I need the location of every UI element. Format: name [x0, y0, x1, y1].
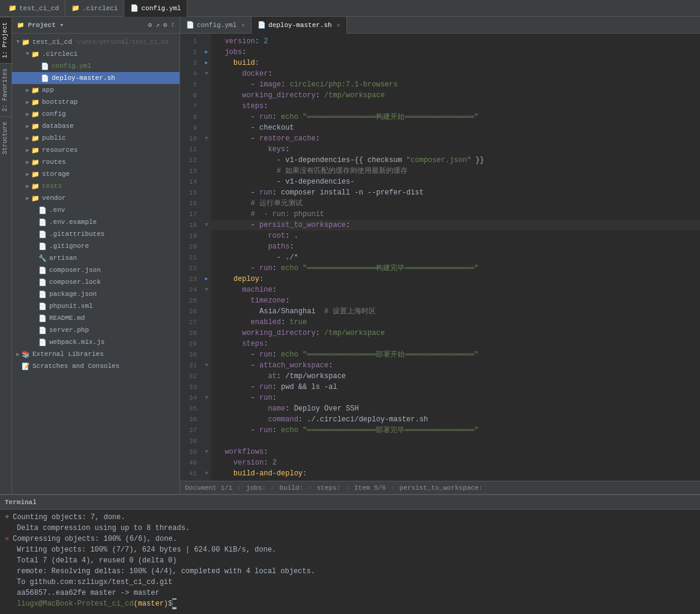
tree-item-app[interactable]: ▶ 📁 app: [12, 84, 180, 96]
sync-icon[interactable]: ⚙: [148, 21, 152, 29]
code-line: machine:: [211, 284, 700, 295]
code-line: version: 2: [211, 457, 700, 468]
collapse-icon[interactable]: ↕: [170, 21, 175, 29]
locate-icon[interactable]: ↗: [155, 21, 160, 29]
tree-item-artisan[interactable]: 🔧 artisan: [12, 252, 180, 264]
tree-item-public[interactable]: ▶ 📁 public: [12, 132, 180, 144]
editor-tab-label: deploy-master.sh: [268, 22, 332, 29]
file-tree-body: ▼ 📁 test_ci_cd ~/work/personal/test_ci_c…: [12, 34, 180, 494]
tree-item-env[interactable]: 📄 .env: [12, 204, 180, 216]
code-line: - image: circleci/php:7.1-browsers: [211, 79, 700, 90]
terminal-text: To github.com:szliugx/test_ci_cd.git: [17, 577, 172, 588]
tree-item-label: tests: [42, 182, 62, 190]
folder-icon: 📁: [31, 110, 40, 118]
window-tab-config-yml[interactable]: 📄 config.yml: [124, 0, 187, 17]
folder-icon: 📁: [31, 194, 40, 202]
folder-icon: 📁: [31, 98, 40, 106]
code-line: - ./*: [211, 252, 700, 263]
tree-item-composer-json[interactable]: 📄 composer.json: [12, 264, 180, 276]
tree-item-composer-lock[interactable]: 📄 composer.lock: [12, 276, 180, 288]
tree-item-circleci[interactable]: ▼ 📁 .circleci: [12, 48, 180, 60]
terminal-panel: Terminal + Counting objects: 7, done. De…: [0, 494, 700, 614]
terminal-line: To github.com:szliugx/test_ci_cd.git: [5, 577, 695, 588]
code-line: # - run: phpunit: [211, 209, 700, 220]
close-tab-icon[interactable]: ✕: [337, 22, 340, 29]
code-line: enabled: true: [211, 317, 700, 328]
tree-item-routes[interactable]: ▶ 📁 routes: [12, 156, 180, 168]
tree-item-gitattributes[interactable]: 📄 .gitattributes: [12, 228, 180, 240]
code-line: at: /tmp/workspace: [211, 371, 700, 382]
tree-item-bootstrap[interactable]: ▶ 📁 bootstrap: [12, 96, 180, 108]
tree-item-config-yml[interactable]: 📄 config.yml: [12, 60, 180, 72]
tree-item-webpack[interactable]: 📄 webpack.mix.js: [12, 336, 180, 348]
tree-item-readme[interactable]: 📄 README.md: [12, 312, 180, 324]
code-line: Asia/Shanghai # 设置上海时区: [211, 306, 700, 317]
status-jobs: jobs:: [246, 484, 266, 492]
tree-item-gitignore[interactable]: 📄 .gitignore: [12, 240, 180, 252]
tree-item-database[interactable]: ▶ 📁 database: [12, 120, 180, 132]
status-bar: Document 1/1 › jobs: › build: › steps: ›…: [180, 481, 700, 494]
settings-icon[interactable]: ⚙: [163, 21, 167, 29]
editor-area: 📄 config.yml ✕ 📄 deploy-master.sh ✕ 1 2 …: [180, 17, 700, 494]
side-tab-project[interactable]: 1: Project: [0, 17, 11, 63]
arrow-icon: ▶: [24, 135, 31, 142]
arrow-icon: ▶: [24, 87, 31, 94]
code-line: deploy:: [211, 274, 700, 284]
tree-item-phpunit-xml[interactable]: 📄 phpunit.xml: [12, 300, 180, 312]
code-line: - run: echo "════════════════构建开始═══════…: [211, 112, 700, 122]
code-line: - restore_cache:: [211, 133, 700, 144]
tree-item-external-libs[interactable]: ▶ 📚 External Libraries: [12, 348, 180, 360]
code-line: - v1-dependencies-: [211, 176, 700, 187]
code-line: build-and-deploy:: [211, 468, 700, 479]
tree-item-vendor[interactable]: ▶ 📁 vendor: [12, 192, 180, 204]
tree-item-label: storage: [42, 170, 70, 178]
tree-item-storage[interactable]: ▶ 📁 storage: [12, 168, 180, 180]
arrow-icon: ▶: [24, 123, 31, 130]
tree-item-scratches[interactable]: 📝 Scratches and Consoles: [12, 360, 180, 372]
scratch-icon: 📝: [22, 363, 30, 370]
code-line: timezone:: [211, 295, 700, 306]
line-numbers: 1 2 3 4 5 6 7 8 9 10 11 12 13 14 15 16 1…: [180, 34, 202, 481]
window-tab-circleci[interactable]: 📁 .circleci: [65, 0, 124, 17]
tree-item-deploy-sh[interactable]: 📄 deploy-master.sh: [12, 72, 180, 84]
tree-item-server-php[interactable]: 📄 server.php: [12, 324, 180, 336]
side-tab-favorites[interactable]: 2: Favorites: [0, 63, 11, 116]
tree-item-label: config.yml: [52, 62, 91, 70]
terminal-header: Terminal: [0, 495, 700, 510]
tree-item-config[interactable]: ▶ 📁 config: [12, 108, 180, 120]
tree-item-package-json[interactable]: 📄 package.json: [12, 288, 180, 300]
terminal-body[interactable]: + Counting objects: 7, done. Delta compr…: [0, 510, 700, 614]
arrow-icon: ▼: [24, 51, 31, 57]
file-icon: 📄: [38, 206, 47, 214]
code-line: # 如果没有匹配的缓存则使用最新的缓存: [211, 166, 700, 176]
window-tabs: 📁 test_ci_cd 📁 .circleci 📄 config.yml: [0, 0, 700, 17]
editor-tab-config-yml[interactable]: 📄 config.yml ✕: [180, 17, 252, 34]
tree-item-env-example[interactable]: 📄 .env.example: [12, 216, 180, 228]
terminal-line: + Counting objects: 7, done.: [5, 512, 695, 523]
tree-item-label: Scratches and Consoles: [32, 363, 119, 370]
md-file-icon: 📄: [38, 315, 47, 322]
tree-item-label: routes: [42, 158, 66, 166]
git-file-icon: 📄: [38, 230, 47, 238]
tree-item-tests[interactable]: ▶ 📁 tests: [12, 180, 180, 192]
json-file-icon: 📄: [38, 266, 47, 274]
tree-item-resources[interactable]: ▶ 📁 resources: [12, 144, 180, 156]
editor-tab-deploy-sh[interactable]: 📄 deploy-master.sh ✕: [252, 17, 347, 34]
tree-item-root[interactable]: ▼ 📁 test_ci_cd ~/work/personal/test_ci_c…: [12, 36, 180, 48]
close-tab-icon[interactable]: ✕: [241, 22, 245, 29]
library-icon: 📚: [22, 351, 30, 358]
editor-tabs: 📄 config.yml ✕ 📄 deploy-master.sh ✕: [180, 17, 700, 34]
tree-item-label: .gitignore: [49, 242, 89, 250]
side-tab-structure[interactable]: Structure: [0, 116, 11, 159]
code-line: jobs:: [211, 47, 700, 58]
xml-file-icon: 📄: [38, 302, 47, 310]
code-line: - run: echo "════════════════部署开始═══════…: [211, 349, 700, 360]
yaml-file-icon: 📄: [41, 62, 49, 70]
folder-icon: 📁: [31, 122, 40, 130]
arrow-icon: ▶: [24, 195, 31, 202]
code-editor[interactable]: version: 2 jobs: build: docker: - image:…: [211, 34, 700, 481]
window-tab-test-ci-cd[interactable]: 📁 test_ci_cd: [2, 0, 65, 17]
code-line: - run: echo "════════════════构建完毕═══════…: [211, 263, 700, 274]
code-line: command: ./.circleci/deploy-master.sh: [211, 414, 700, 425]
terminal-prompt-branch: (master): [133, 598, 168, 609]
